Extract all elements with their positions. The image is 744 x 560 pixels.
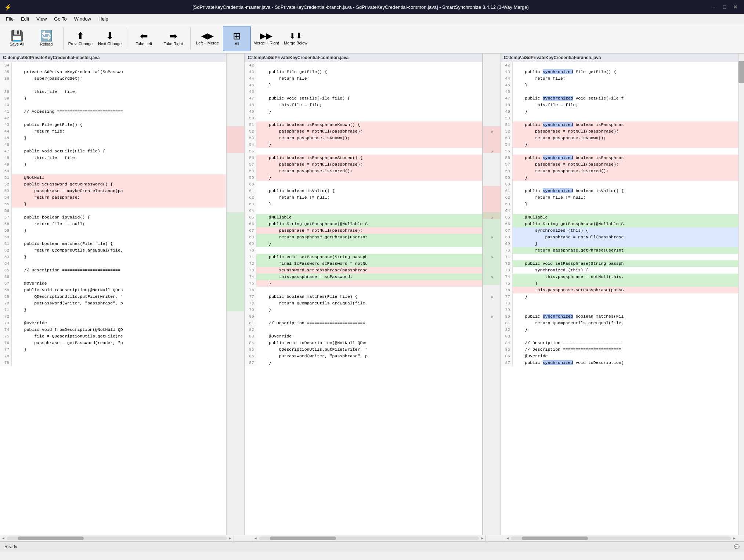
menu-file[interactable]: File [3,15,17,22]
right-pane-content[interactable]: 4243 public synchronized File getFile() … [501,62,738,535]
code-line: 51 public synchronized boolean isPassphr… [501,122,738,128]
left-pane-content[interactable]: 3435 private SdPrivateKeyCredential(ScPa… [0,62,226,535]
code-line: 42 [501,62,738,69]
line-number: 36 [0,75,12,82]
code-line: 76 this.passphrase.setPassphrase(passS [501,287,738,293]
line-number: 77 [0,346,12,353]
line-content: passphrase = notNull(passphrase [513,234,738,241]
code-line: 84 // Description ======================… [501,340,738,346]
prev-change-button[interactable]: ⬆ Prev. Change [66,26,94,51]
next-change-button[interactable]: ⬇ Next Change [96,26,124,51]
left-hscroll[interactable]: ◄ ► [0,535,234,541]
take-right-button[interactable]: ➡ Take Right [159,26,187,51]
code-line: 46 [501,88,738,95]
merge-right-button[interactable]: ▶▶ Merge + Right [252,26,280,51]
title-bar: ⚡ [SdPrivateKeyCredential-master.java - … [0,0,744,14]
code-line: 79 [0,360,226,366]
line-content: return file; [513,75,738,82]
line-content: return passphrase.isKnown(); [256,135,482,141]
line-number: 52 [0,181,12,188]
middle-hscroll[interactable]: ◄ ► [252,535,486,541]
line-content: public void setPassphrase(String passph [256,254,482,260]
code-line: 53 passphrase = maybeCreateInstance(pa [0,188,226,194]
line-content: private SdPrivateKeyCredential(ScPasswo [12,69,226,75]
save-all-button[interactable]: 💾 Save All [3,26,31,51]
line-number: 43 [501,69,513,75]
minimize-button[interactable]: ─ [709,3,718,11]
right-connector: » » » » » » » » [483,54,501,535]
line-number: 83 [245,333,256,340]
line-content: QDescriptionUtils.putFile(writer, " [12,293,226,300]
line-number: 76 [501,287,513,293]
code-line: 83 @Override [245,333,482,340]
code-line: 57 passphrase = notNull(passphrase); [245,161,482,168]
take-left-button[interactable]: ⬅ Take Left [130,26,158,51]
reload-icon: 🔄 [40,31,53,41]
menu-view[interactable]: View [33,15,50,22]
line-content: public synchronized boolean isPassphras [513,122,738,128]
left-merge-button[interactable]: ◀▶ Left + Merge [194,26,221,51]
line-content: } [256,174,482,181]
line-number: 45 [0,135,12,141]
save-all-icon: 💾 [11,31,24,41]
code-line: 75 file = QDescriptionUtils.getFile(re [0,333,226,340]
line-number: 72 [245,260,256,267]
line-content: } [12,254,226,260]
line-number: 40 [0,102,12,108]
line-number: 70 [501,247,513,254]
menu-edit[interactable]: Edit [18,15,32,22]
line-content: // Description ======================= [12,267,226,274]
line-content [12,260,226,267]
code-line: 68 return passphrase.getPhrase(userInt [245,234,482,241]
line-number: 72 [501,260,513,267]
menu-help[interactable]: Help [95,15,111,22]
line-number: 35 [0,69,12,75]
menu-goto[interactable]: Go To [51,15,69,22]
line-content [513,307,738,313]
line-number: 47 [501,95,513,102]
line-content: passphrase = notNull(passphrase); [256,128,482,135]
right-pane-header: C:\temp\a\SdPrivateKeyCredential-branch.… [501,54,738,62]
line-content [12,274,226,280]
code-line: 50 [501,115,738,122]
merge-below-button[interactable]: ⬇⬇ Merge Below [282,26,310,51]
line-number: 78 [245,300,256,307]
line-content: } [513,280,738,287]
line-content [513,62,738,69]
line-number: 60 [0,234,12,241]
line-content: } [513,293,738,300]
code-line: 72 public void setPassphrase(String pass… [501,260,738,267]
close-button[interactable]: ✕ [732,3,740,11]
code-line: 66 [0,274,226,280]
line-number: 59 [501,174,513,181]
middle-pane-content[interactable]: 4243 public File getFile() {44 return fi… [245,62,482,535]
code-line: 53 return passphrase.isKnown(); [501,135,738,141]
right-hscroll[interactable]: ◄ ► [504,535,738,541]
line-content: public synchronized boolean isValid() { [513,188,738,194]
code-line: 68 public void toDescription(@NotNull QD… [0,287,226,293]
line-number: 38 [0,88,12,95]
all-button[interactable]: ⊞ All [223,26,251,51]
maximize-button[interactable]: □ [720,3,729,11]
line-content: return passphrase.isStored(); [256,168,482,174]
line-content: } [256,201,482,207]
line-content [12,141,226,148]
line-content: passphrase = notNull(passphrase); [256,161,482,168]
menu-window[interactable]: Window [71,15,94,22]
right-scrollbar[interactable] [738,54,744,535]
line-content: public boolean isPassphraseKnown() { [256,122,482,128]
reload-button[interactable]: 🔄 Reload [32,26,60,51]
code-line: 55 } [0,201,226,207]
code-line: 56 public synchronized boolean isPassphr… [501,155,738,161]
line-content: public void setFile(File file) { [256,95,482,102]
merge-right-label: Merge + Right [253,41,279,45]
line-content: } [513,326,738,333]
line-content: public boolean isValid() { [12,214,226,221]
line-number: 72 [0,313,12,320]
code-line: 49 } [245,108,482,115]
toolbar-sep-1 [63,28,64,50]
left-merge-label: Left + Merge [196,41,219,45]
line-number: 46 [245,88,256,95]
line-number: 87 [245,360,256,366]
take-right-icon: ➡ [169,31,177,41]
